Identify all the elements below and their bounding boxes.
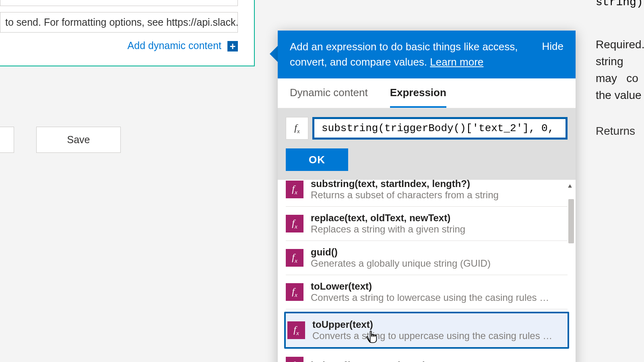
function-text: substring(text, startIndex, length?)Retu… bbox=[311, 180, 499, 201]
doc-snippet: Required. string may co the value bbox=[596, 36, 644, 104]
function-item-indexof[interactable]: fxindexOf(text, searchText) bbox=[286, 351, 568, 362]
message-field[interactable]: to send. For formatting options, see htt… bbox=[0, 12, 238, 33]
function-description: Converts a string to lowercase using the… bbox=[311, 292, 552, 303]
svg-marker-0 bbox=[568, 185, 572, 188]
expression-editor-area: fx OK bbox=[278, 108, 576, 180]
function-signature: substring(text, startIndex, length?) bbox=[311, 180, 499, 189]
function-item-toupper[interactable]: fxtoUpper(text)Converts a string to uppe… bbox=[284, 312, 569, 349]
expression-input-wrap[interactable] bbox=[312, 117, 568, 140]
function-item-substring[interactable]: fxsubstring(text, startIndex, length?)Re… bbox=[286, 180, 568, 207]
learn-more-link[interactable]: Learn more bbox=[430, 56, 483, 68]
fx-icon: fx bbox=[286, 283, 303, 301]
expression-panel: Add an expression to do basic things lik… bbox=[278, 31, 576, 362]
doc-snippet-returns: Returns bbox=[596, 125, 635, 138]
secondary-button[interactable] bbox=[0, 127, 14, 153]
function-description: Replaces a string with a given string bbox=[311, 224, 465, 235]
function-signature: guid() bbox=[311, 247, 491, 258]
scroll-up-icon[interactable] bbox=[566, 182, 574, 190]
fx-icon: fx bbox=[287, 321, 305, 339]
function-text: toLower(text)Converts a string to lowerc… bbox=[311, 281, 552, 303]
fx-icon: fx bbox=[286, 215, 303, 232]
fx-icon: fx bbox=[286, 181, 303, 198]
ok-button[interactable]: OK bbox=[286, 148, 348, 171]
doc-snippet-code: string) bbox=[596, 0, 643, 8]
hide-panel-link[interactable]: Hide bbox=[542, 40, 564, 53]
expression-input[interactable] bbox=[321, 122, 559, 135]
fx-icon: fx bbox=[286, 249, 303, 267]
panel-tabs: Dynamic content Expression bbox=[278, 78, 576, 108]
function-description: Converts a string to uppercase using the… bbox=[312, 330, 554, 341]
function-description: Returns a subset of characters from a st… bbox=[311, 189, 499, 201]
fx-icon: fx bbox=[286, 357, 303, 362]
panel-callout-arrow bbox=[270, 45, 279, 63]
function-list: fxsubstring(text, startIndex, length?)Re… bbox=[278, 180, 576, 362]
function-signature: replace(text, oldText, newText) bbox=[311, 212, 465, 224]
function-signature: toUpper(text) bbox=[312, 319, 554, 330]
save-button-label: Save bbox=[67, 134, 90, 146]
function-signature: indexOf(text, searchText) bbox=[311, 360, 426, 362]
panel-header: Add an expression to do basic things lik… bbox=[278, 31, 576, 78]
action-card: to send. For formatting options, see htt… bbox=[0, 0, 255, 66]
tab-expression[interactable]: Expression bbox=[390, 86, 446, 108]
scrollbar-thumb[interactable] bbox=[568, 199, 574, 243]
tab-dynamic-content[interactable]: Dynamic content bbox=[290, 86, 368, 108]
function-text: toUpper(text)Converts a string to upperc… bbox=[312, 319, 554, 341]
function-item-replace[interactable]: fxreplace(text, oldText, newText)Replace… bbox=[286, 207, 568, 241]
fx-icon: fx bbox=[286, 117, 308, 140]
panel-header-text: Add an expression to do basic things lik… bbox=[290, 41, 518, 68]
function-signature: toLower(text) bbox=[311, 281, 552, 292]
function-item-guid[interactable]: fxguid()Generates a globally unique stri… bbox=[286, 241, 568, 275]
add-dynamic-content-link[interactable]: Add dynamic content bbox=[128, 40, 221, 51]
function-text: guid()Generates a globally unique string… bbox=[311, 247, 491, 269]
plus-icon[interactable]: + bbox=[227, 41, 238, 51]
form-field[interactable] bbox=[0, 0, 238, 6]
function-description: Generates a globally unique string (GUID… bbox=[311, 258, 491, 269]
function-item-tolower[interactable]: fxtoLower(text)Converts a string to lowe… bbox=[286, 275, 568, 309]
function-text: replace(text, oldText, newText)Replaces … bbox=[311, 212, 465, 235]
save-button[interactable]: Save bbox=[36, 127, 121, 153]
message-placeholder: to send. For formatting options, see htt… bbox=[5, 16, 238, 28]
function-text: indexOf(text, searchText) bbox=[311, 360, 426, 362]
